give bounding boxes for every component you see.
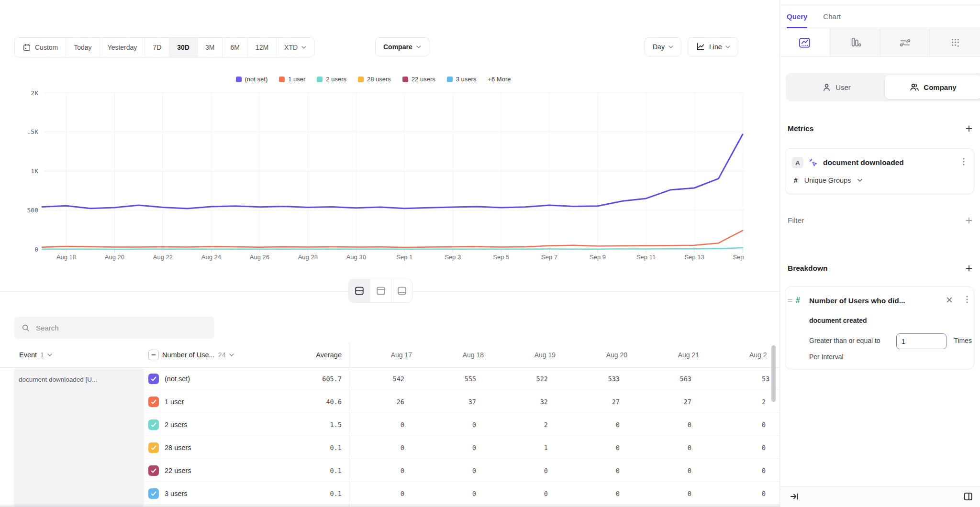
chart-type-tab-line-chart[interactable] [780, 29, 830, 56]
legend-swatch [236, 77, 242, 82]
range-12m[interactable]: 12M [247, 38, 276, 57]
legend-item[interactable]: 1 user [279, 76, 305, 83]
cell-value: 0 [492, 482, 564, 505]
cell-value: 555 [421, 367, 492, 390]
svg-text:Aug 30: Aug 30 [346, 254, 366, 261]
drag-handle-icon[interactable] [787, 298, 793, 305]
cell-value: 0 [636, 413, 708, 436]
range-6m[interactable]: 6M [222, 38, 247, 57]
cell-value: 0 [421, 436, 492, 459]
range-30d[interactable]: 30D [169, 38, 197, 57]
cell-value: 522 [492, 367, 564, 390]
compare-button[interactable]: Compare [375, 37, 429, 56]
svg-text:2K: 2K [31, 89, 38, 97]
tab-chart-label: Chart [823, 12, 841, 21]
date-column-header: Aug 2 [708, 342, 780, 367]
cell-value: 563 [636, 367, 708, 390]
legend-item[interactable]: 3 users [447, 76, 477, 83]
collapse-panel-icon[interactable] [790, 492, 799, 503]
tab-chart[interactable]: Chart [823, 5, 841, 28]
average-value: 40.6 [258, 390, 342, 413]
breakdown-value-input[interactable] [896, 333, 947, 349]
average-value: 0.1 [258, 459, 342, 482]
series-checkbox[interactable] [148, 465, 159, 476]
legend-item[interactable]: 28 users [358, 76, 391, 83]
check-icon [151, 399, 156, 404]
range-3m[interactable]: 3M [197, 38, 222, 57]
scope-company-option[interactable]: Company [885, 75, 980, 99]
breakdown-menu-kebab-icon[interactable] [966, 296, 968, 305]
range-7d[interactable]: 7D [145, 38, 169, 57]
metric-row: A document downloaded [792, 156, 904, 169]
breakdown-interval-label[interactable]: Per Interval [809, 353, 844, 361]
metric-event-name[interactable]: document downloaded [823, 158, 904, 167]
cell-value: 0 [349, 482, 421, 505]
add-filter-button[interactable] [964, 215, 974, 226]
average-column-header: Average [258, 342, 342, 367]
add-metric-button[interactable] [964, 123, 974, 134]
cell-value: 0 [421, 459, 492, 482]
cell-value: 0 [421, 413, 492, 436]
svg-text:Sep 7: Sep 7 [541, 254, 557, 261]
range-xtd[interactable]: XTD [276, 38, 314, 57]
granularity-button[interactable]: Day [645, 37, 681, 56]
person-icon [822, 83, 831, 92]
chart-only-view-button[interactable] [370, 279, 391, 302]
select-all-checkbox[interactable] [148, 350, 159, 360]
range-today[interactable]: Today [66, 38, 99, 57]
series-checkbox[interactable] [148, 374, 159, 384]
legend-item[interactable]: (not set) [236, 76, 268, 83]
cell-value: 0 [349, 413, 421, 436]
metric-card[interactable]: A document downloaded # Unique Groups [785, 148, 974, 194]
event-column-header[interactable]: Event 1 [19, 342, 52, 367]
series-column-header[interactable]: Number of Use... 24 [148, 342, 234, 367]
series-label: 3 users [165, 482, 188, 505]
range-yesterday[interactable]: Yesterday [100, 38, 145, 57]
breakdown-title[interactable]: Number of Users who did... [809, 297, 905, 305]
series-checkbox[interactable] [148, 442, 159, 453]
cell-value: 0 [636, 459, 708, 482]
cell-value: 37 [421, 390, 492, 413]
chevron-down-icon [47, 353, 52, 356]
legend-item[interactable]: 22 users [402, 76, 435, 83]
grid-dots-icon [949, 36, 962, 49]
chart-type-tabs [780, 29, 980, 57]
svg-text:Sep 9: Sep 9 [590, 254, 606, 261]
svg-text:Aug 28: Aug 28 [298, 254, 318, 261]
chart-type-button[interactable]: Line [688, 37, 738, 56]
series-checkbox[interactable] [148, 419, 159, 430]
legend-item[interactable]: 2 users [317, 76, 346, 83]
breakdown-card: # Number of Users who did... document cr… [785, 287, 974, 369]
search-input[interactable] [35, 323, 208, 332]
tab-query[interactable]: Query [787, 5, 807, 28]
series-checkbox[interactable] [148, 488, 159, 499]
measure-label: Unique Groups [804, 176, 851, 184]
scope-user-option[interactable]: User [788, 75, 885, 99]
plus-icon [965, 125, 973, 132]
add-breakdown-button[interactable] [964, 263, 974, 274]
svg-text:500: 500 [27, 207, 38, 214]
chart-type-tab-flow-chart[interactable] [880, 29, 930, 56]
close-icon[interactable] [946, 297, 953, 305]
metric-menu-kebab-icon[interactable] [958, 156, 969, 167]
table-only-view-button[interactable] [391, 279, 412, 302]
cell-value: 27 [636, 390, 708, 413]
cell-value: 0 [708, 436, 780, 459]
cell-value: 32 [492, 390, 564, 413]
split-view-button[interactable] [349, 279, 370, 302]
legend-more[interactable]: +6 More [488, 76, 511, 83]
metric-measure-dropdown[interactable]: # Unique Groups [794, 176, 862, 184]
svg-text:0: 0 [34, 246, 38, 253]
breakdown-header-label: Breakdown [788, 264, 828, 273]
check-icon [151, 376, 156, 381]
range-custom[interactable]: Custom [15, 38, 66, 57]
line-chart-icon [696, 42, 705, 52]
chart-legend: (not set)1 user2 users28 users22 users3 … [0, 76, 746, 83]
side-panel-icon[interactable] [963, 491, 973, 503]
breakdown-event-name[interactable]: document created [809, 317, 867, 324]
chart-type-tab-grid-dots[interactable] [930, 29, 980, 56]
table-scrollbar-thumb[interactable] [771, 345, 776, 402]
svg-text:1.5K: 1.5K [27, 128, 38, 135]
series-checkbox[interactable] [148, 397, 159, 407]
chart-type-tab-bar-chart[interactable] [830, 29, 880, 56]
